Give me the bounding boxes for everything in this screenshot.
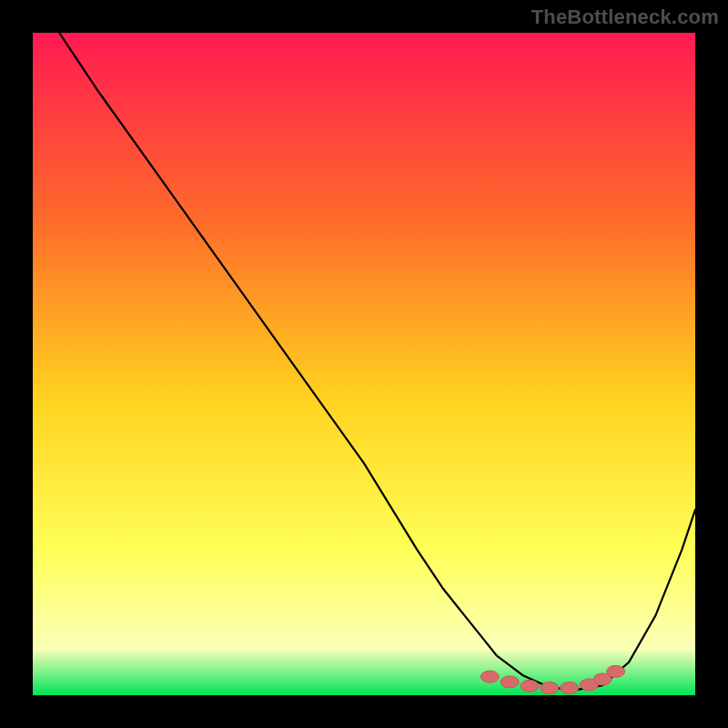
- watermark-text: TheBottleneck.com: [531, 5, 719, 29]
- marker-dot: [561, 682, 579, 694]
- chart-frame: TheBottleneck.com: [0, 0, 728, 728]
- marker-dot: [541, 682, 559, 694]
- marker-dot: [521, 680, 539, 692]
- plot-area: [33, 33, 695, 695]
- marker-dot: [500, 676, 519, 688]
- gradient-background: [33, 33, 695, 695]
- marker-dot: [480, 671, 499, 682]
- bottleneck-plot: [33, 33, 695, 695]
- marker-dot: [607, 665, 625, 677]
